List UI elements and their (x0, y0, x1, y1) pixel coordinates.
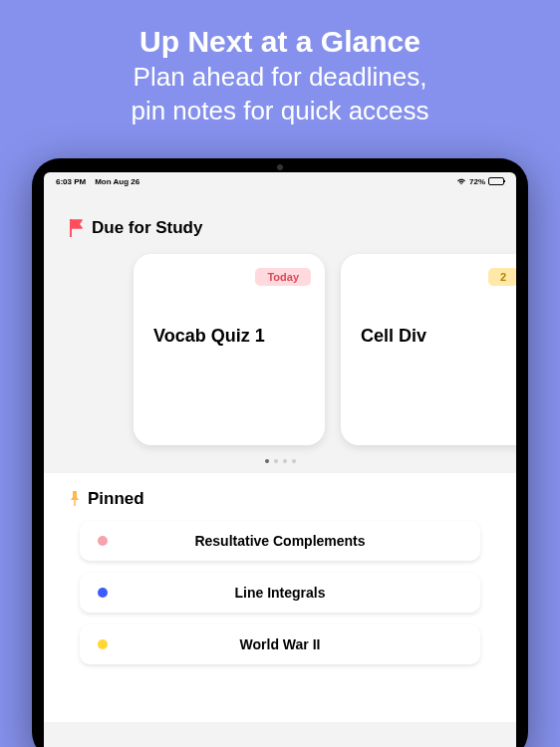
badge-today: Today (255, 268, 311, 286)
cards-row[interactable]: Today Vocab Quiz 1 2 Cell Div (44, 254, 516, 445)
card-title: Cell Div (361, 326, 512, 347)
device-frame: 6:03 PM Mon Aug 26 72% Due for Study (32, 158, 528, 747)
pinned-item-label: Resultative Complements (122, 533, 462, 549)
due-section-title: Due for Study (92, 218, 202, 238)
wifi-icon (456, 177, 466, 185)
screen: 6:03 PM Mon Aug 26 72% Due for Study (44, 172, 516, 747)
camera-dot (277, 164, 283, 170)
color-dot (98, 639, 108, 649)
pinned-list: Resultative Complements Line Integrals W… (44, 521, 516, 664)
color-dot (98, 536, 108, 546)
card-title: Vocab Quiz 1 (153, 326, 305, 347)
page-indicator (44, 459, 516, 463)
battery-icon (488, 177, 504, 185)
pinned-item[interactable]: Resultative Complements (80, 521, 480, 561)
pinned-section-header: Pinned (44, 473, 516, 521)
status-bar: 6:03 PM Mon Aug 26 72% (44, 172, 516, 188)
pinned-item[interactable]: Line Integrals (80, 573, 480, 613)
pinned-section: Pinned Resultative Complements Line Inte… (44, 473, 516, 722)
color-dot (98, 588, 108, 598)
pin-icon (70, 491, 80, 507)
flag-icon (70, 219, 84, 237)
pinned-item[interactable]: World War II (80, 624, 480, 664)
status-date: Mon Aug 26 (95, 177, 140, 186)
status-right: 72% (456, 177, 504, 186)
page-dot (274, 459, 278, 463)
due-section-header: Due for Study (44, 188, 516, 254)
hero-title: Up Next at a Glance (30, 22, 530, 61)
pinned-item-label: World War II (122, 636, 462, 652)
status-time: 6:03 PM (56, 177, 86, 186)
page-dot (292, 459, 296, 463)
hero-banner: Up Next at a Glance Plan ahead for deadl… (0, 0, 560, 146)
badge-date: 2 (488, 268, 516, 286)
hero-subtitle-1: Plan ahead for deadlines, (30, 61, 530, 95)
study-card[interactable]: Today Vocab Quiz 1 (134, 254, 325, 445)
page-dot (283, 459, 287, 463)
pinned-item-label: Line Integrals (122, 585, 462, 601)
hero-subtitle-2: pin notes for quick access (30, 95, 530, 128)
battery-percent: 72% (469, 177, 485, 186)
pinned-section-title: Pinned (88, 489, 144, 509)
status-left: 6:03 PM Mon Aug 26 (56, 177, 140, 186)
page-dot (265, 459, 269, 463)
study-card[interactable]: 2 Cell Div (341, 254, 516, 445)
